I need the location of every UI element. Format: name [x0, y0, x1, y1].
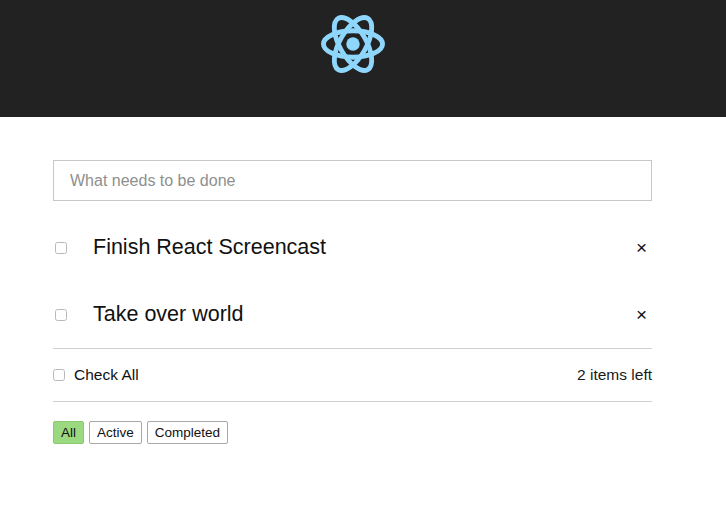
todo-row: Finish React Screencast × — [53, 214, 652, 281]
check-all-label: Check All — [74, 366, 139, 384]
todo-label: Finish React Screencast — [93, 235, 326, 260]
todo-list: Finish React Screencast × Take over worl… — [53, 214, 652, 348]
check-all-checkbox[interactable] — [53, 369, 65, 381]
todo-footer: Check All 2 items left — [53, 348, 652, 402]
filter-all-button[interactable]: All — [53, 421, 84, 444]
filter-active-button[interactable]: Active — [89, 421, 142, 444]
filter-completed-button[interactable]: Completed — [147, 421, 228, 444]
delete-todo-button[interactable]: × — [634, 305, 649, 324]
todo-label: Take over world — [93, 302, 244, 327]
new-todo-input[interactable] — [53, 160, 652, 201]
todo-row: Take over world × — [53, 281, 652, 348]
todo-app: Finish React Screencast × Take over worl… — [53, 160, 652, 444]
todo-checkbox[interactable] — [55, 309, 67, 321]
react-logo-icon — [320, 12, 386, 76]
filter-bar: All Active Completed — [53, 421, 652, 444]
items-left-counter: 2 items left — [577, 366, 652, 384]
todo-checkbox[interactable] — [55, 242, 67, 254]
delete-todo-button[interactable]: × — [634, 238, 649, 257]
app-header — [0, 0, 726, 117]
